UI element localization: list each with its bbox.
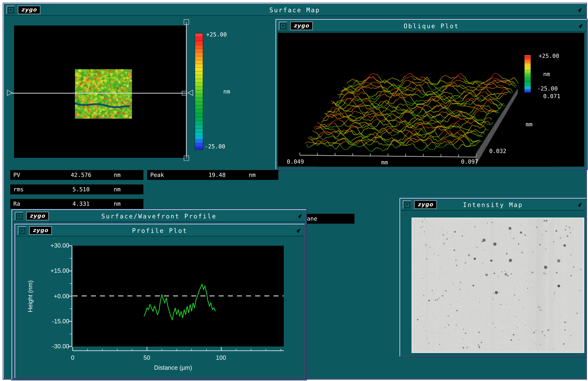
result-ra: Ra 4.331 nm xyxy=(10,199,144,209)
plot-menu-icon[interactable] xyxy=(574,201,583,208)
result-unit: nm xyxy=(114,171,144,178)
oblique-wireframe xyxy=(278,33,584,167)
result-value: 42.576 xyxy=(48,171,114,178)
profile-window: ✕ zygo Surface/Wavefront Profile ✕ zygo … xyxy=(11,209,307,380)
surface-map-plot-area xyxy=(14,25,186,158)
profile-slider-vline[interactable] xyxy=(186,22,187,158)
window-title: Surface Map xyxy=(5,6,585,14)
close-button[interactable]: ✕ xyxy=(403,200,411,209)
result-label: rms xyxy=(10,186,48,193)
plot-menu-icon[interactable] xyxy=(293,227,301,234)
zygo-logo: zygo xyxy=(18,6,40,14)
result-pv: PV 42.576 nm xyxy=(10,170,144,180)
profile-plot-window: ✕ zygo Profile Plot +30.00 +15.00 +0.00 … xyxy=(14,224,305,379)
zygo-logo: zygo xyxy=(26,212,49,220)
oblique-colorbar-min: -25.00 xyxy=(537,85,558,92)
x-axis-title: Distance (µm) xyxy=(129,364,217,371)
profile-plot-area xyxy=(73,246,284,346)
close-button[interactable]: ✕ xyxy=(15,212,23,220)
plot-menu-icon[interactable] xyxy=(574,6,583,13)
xtick-label: 0 xyxy=(65,355,80,361)
close-button[interactable]: ✕ xyxy=(279,22,287,30)
plot-menu-icon[interactable] xyxy=(575,22,584,29)
surface-colorbar xyxy=(195,33,203,150)
oblique-x-unit: mm xyxy=(381,159,388,166)
intensity-map-window: ✕ zygo Intensity Map xyxy=(399,198,587,357)
oblique-colorbar-max: +25.00 xyxy=(539,52,559,59)
oblique-z-value: 0.071 xyxy=(543,93,560,100)
ytick-label: +15.00 xyxy=(42,267,69,274)
intensity-image-frame xyxy=(412,218,584,353)
profile-titlebar[interactable]: ✕ zygo Surface/Wavefront Profile xyxy=(13,211,305,222)
result-label: Ra xyxy=(10,200,48,207)
oblique-titlebar[interactable]: ✕ zygo Oblique Plot xyxy=(277,21,586,32)
colorbar-unit-label: nm xyxy=(223,88,230,95)
zygo-logo: zygo xyxy=(290,22,313,30)
slider-right-handle[interactable] xyxy=(187,90,194,96)
result-peak: Peak 19.48 nm xyxy=(147,170,278,180)
intensity-titlebar[interactable]: ✕ zygo Intensity Map xyxy=(401,199,585,211)
surface-height-image xyxy=(75,69,132,119)
ytick-label: +30.00 xyxy=(42,242,69,249)
slider-top-handle[interactable] xyxy=(184,19,189,25)
oblique-colorbar xyxy=(524,55,531,93)
oblique-depth-value: 0.032 xyxy=(489,148,506,154)
colorbar-min-label: -25.00 xyxy=(205,143,225,150)
surface-map-titlebar[interactable]: ✕ zygo Surface Map xyxy=(5,5,585,16)
result-unit: nm xyxy=(114,200,144,207)
close-icon: ✕ xyxy=(19,228,25,233)
oblique-x-right: 0.097 xyxy=(461,158,478,165)
ytick-label: -30.00 xyxy=(42,343,69,350)
close-button[interactable]: ✕ xyxy=(6,6,15,14)
close-icon: ✕ xyxy=(8,7,14,13)
xtick-label: 50 xyxy=(139,355,154,361)
ytick-label: -15.00 xyxy=(42,318,69,325)
result-unit: nm xyxy=(114,186,144,193)
close-icon: ✕ xyxy=(280,23,286,29)
intensity-image xyxy=(412,218,582,351)
oblique-x-left: 0.049 xyxy=(287,158,304,165)
screen: ✕ zygo Surface Map +25.00 nm -25.00 xyxy=(0,0,588,381)
plot-menu-icon[interactable] xyxy=(294,213,303,219)
window-title: Profile Plot xyxy=(16,227,303,234)
result-partial-text: ane xyxy=(305,215,317,222)
result-label: Peak xyxy=(147,171,185,178)
slider-bottom-handle[interactable] xyxy=(184,156,189,161)
slider-right-box[interactable] xyxy=(182,91,186,96)
ytick-label: +0.00 xyxy=(42,293,69,300)
zygo-logo: zygo xyxy=(29,226,52,235)
close-icon: ✕ xyxy=(16,213,22,219)
result-partial: ane xyxy=(305,214,355,224)
result-label: PV xyxy=(10,171,48,178)
result-unit: nm xyxy=(249,171,278,178)
result-value: 5.510 xyxy=(48,186,114,193)
window-title: Surface/Wavefront Profile xyxy=(13,212,305,220)
colorbar-max-label: +25.00 xyxy=(206,31,227,38)
xtick-label: 100 xyxy=(213,355,229,361)
oblique-depth-unit: mm xyxy=(526,121,532,128)
close-icon: ✕ xyxy=(404,202,410,208)
oblique-plot-area: 0.049 mm 0.097 0.032 mm +25.00 nm -25.00… xyxy=(278,33,584,167)
result-rms: rms 5.510 nm xyxy=(10,185,144,194)
result-value: 4.331 xyxy=(48,200,114,207)
y-axis-title: Height (nm) xyxy=(27,270,34,323)
zero-line xyxy=(73,296,284,296)
surface-map-window: ✕ zygo Surface Map +25.00 nm -25.00 xyxy=(3,3,587,379)
profile-slider-line[interactable] xyxy=(11,93,187,94)
zygo-logo: zygo xyxy=(414,200,437,209)
window-title: Oblique Plot xyxy=(277,22,586,29)
result-value: 19.48 xyxy=(185,171,249,178)
close-button[interactable]: ✕ xyxy=(18,226,26,235)
oblique-plot-window: ✕ zygo Oblique Plot 0.049 mm 0.097 0.032… xyxy=(275,19,587,169)
oblique-colorbar-unit: nm xyxy=(543,71,550,78)
profile-plot-titlebar[interactable]: ✕ zygo Profile Plot xyxy=(16,225,303,237)
